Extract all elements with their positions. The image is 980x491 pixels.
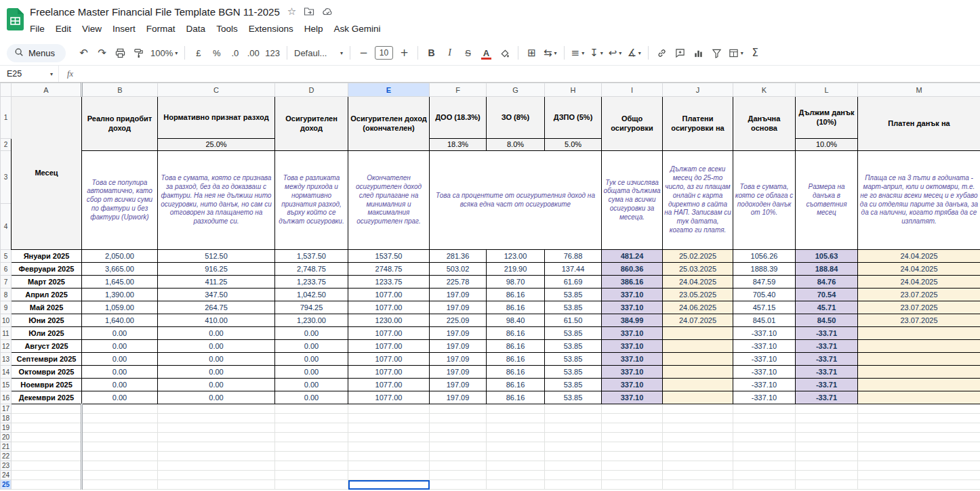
row-header[interactable]: 4 xyxy=(1,204,12,250)
cell-tax-paid-date[interactable]: 24.04.2025 xyxy=(858,276,980,289)
cell-zo[interactable]: 98.40 xyxy=(487,314,545,327)
col-header-K[interactable]: K xyxy=(733,83,796,97)
cell-empty[interactable] xyxy=(545,433,602,442)
cell-empty[interactable] xyxy=(275,471,348,480)
cell-tax-due[interactable]: 188.84 xyxy=(796,263,858,276)
cell-empty[interactable] xyxy=(158,461,275,471)
cell-real-income[interactable]: 3,665.00 xyxy=(82,263,158,276)
cell-insurance-income-final[interactable]: 2748.75 xyxy=(348,263,430,276)
cell-doo[interactable]: 503.02 xyxy=(430,263,487,276)
selected-cell-E25[interactable] xyxy=(348,480,430,490)
header-real-income[interactable]: Реално придобит доход xyxy=(82,97,158,151)
cell-month[interactable]: Септември 2025 xyxy=(12,353,82,366)
cell-empty[interactable] xyxy=(82,433,158,442)
cell-empty[interactable] xyxy=(348,433,430,442)
cell-insurance-income-final[interactable]: 1077.00 xyxy=(348,327,430,340)
row-header[interactable]: 12 xyxy=(1,340,12,353)
menu-insert[interactable]: Insert xyxy=(107,22,141,36)
cell-empty[interactable] xyxy=(858,480,980,490)
cell-zo[interactable]: 86.16 xyxy=(487,366,545,379)
cell-empty[interactable] xyxy=(663,480,733,490)
redo-button[interactable]: ↷ xyxy=(94,45,110,62)
cell-normative-expense[interactable]: 0.00 xyxy=(158,379,275,391)
col-header-C[interactable]: C xyxy=(158,83,275,97)
row-header[interactable]: 13 xyxy=(1,353,12,366)
cell-empty[interactable] xyxy=(348,423,430,433)
cell-normative-expense[interactable]: 264.75 xyxy=(158,301,275,314)
cell-empty[interactable] xyxy=(858,471,980,480)
cell-empty[interactable] xyxy=(796,461,858,471)
cell-doo[interactable]: 197.09 xyxy=(430,366,487,379)
cell-insurance-paid-date[interactable]: 25.03.2025 xyxy=(663,263,733,276)
cell-empty[interactable] xyxy=(82,471,158,480)
cell-normative-expense[interactable]: 0.00 xyxy=(158,366,275,379)
cell-empty[interactable] xyxy=(796,480,858,490)
pct-doo[interactable]: 18.3% xyxy=(430,139,487,151)
cell-insurance-income[interactable]: 0.00 xyxy=(275,366,348,379)
cell-empty[interactable] xyxy=(12,433,82,442)
desc-insurance-income-final[interactable]: Окончателен осигурителен доход след прил… xyxy=(348,151,430,250)
cell-insurance-income[interactable]: 0.00 xyxy=(275,340,348,353)
cell-insurance-paid-date[interactable]: 24.06.2025 xyxy=(663,301,733,314)
col-header-E[interactable]: E xyxy=(348,83,430,97)
cell-empty[interactable] xyxy=(487,404,545,414)
cell-tax-base[interactable]: 847.59 xyxy=(733,276,796,289)
cell-empty[interactable] xyxy=(602,480,663,490)
cell-empty[interactable] xyxy=(602,442,663,452)
cell-dzpo[interactable]: 137.44 xyxy=(545,263,602,276)
cell-empty[interactable] xyxy=(545,423,602,433)
cell-dzpo[interactable]: 53.85 xyxy=(545,391,602,404)
cell-empty[interactable] xyxy=(602,461,663,471)
more-formats-button[interactable]: 123 xyxy=(263,45,282,62)
cell-empty[interactable] xyxy=(545,461,602,471)
cell-month[interactable]: Май 2025 xyxy=(12,301,82,314)
text-rotation-button[interactable]: ∡▾ xyxy=(625,45,642,62)
sheets-logo[interactable] xyxy=(7,8,24,33)
cell-total-insurance[interactable]: 337.10 xyxy=(602,391,663,404)
borders-button[interactable]: ⊞ xyxy=(523,45,540,62)
cell-empty[interactable] xyxy=(275,433,348,442)
decrease-font-size-button[interactable]: − xyxy=(355,45,372,62)
merge-cells-button[interactable]: ⇆▾ xyxy=(542,45,559,62)
cell-doo[interactable]: 197.09 xyxy=(430,391,487,404)
cell-insurance-income[interactable]: 2,748.75 xyxy=(275,263,348,276)
col-header-I[interactable]: I xyxy=(602,83,663,97)
cell-doo[interactable]: 197.09 xyxy=(430,289,487,301)
insert-link-button[interactable] xyxy=(653,45,670,62)
name-box[interactable]: E25 ▾ xyxy=(0,66,58,82)
cell-tax-base[interactable]: -337.10 xyxy=(733,327,796,340)
cell-month[interactable]: Март 2025 xyxy=(12,276,82,289)
cell-empty[interactable] xyxy=(430,433,487,442)
cell-dzpo[interactable]: 53.85 xyxy=(545,301,602,314)
row-header[interactable]: 3 xyxy=(1,151,12,204)
cell-empty[interactable] xyxy=(275,461,348,471)
desc-tax-paid-on[interactable]: Плаща се на 3 пъти в годината - март-апр… xyxy=(858,151,980,250)
cell-insurance-income-final[interactable]: 1233.75 xyxy=(348,276,430,289)
cell-insurance-income[interactable]: 1,233.75 xyxy=(275,276,348,289)
desc-insurance-parts[interactable]: Това са процентите от осигурителния дохо… xyxy=(430,151,602,250)
cell-empty[interactable] xyxy=(82,423,158,433)
cell-zo[interactable]: 86.16 xyxy=(487,353,545,366)
cell-doo[interactable]: 197.09 xyxy=(430,353,487,366)
cell-real-income[interactable]: 0.00 xyxy=(82,366,158,379)
cell-empty[interactable] xyxy=(487,471,545,480)
cell-empty[interactable] xyxy=(348,452,430,461)
cell-real-income[interactable]: 0.00 xyxy=(82,379,158,391)
cell-empty[interactable] xyxy=(663,442,733,452)
cell-insurance-income-final[interactable]: 1077.00 xyxy=(348,301,430,314)
menus-search-button[interactable]: Menus xyxy=(7,44,66,62)
cell-empty[interactable] xyxy=(275,480,348,490)
cell-empty[interactable] xyxy=(487,433,545,442)
cell-insurance-paid-date[interactable]: 24.04.2025 xyxy=(663,276,733,289)
cell-empty[interactable] xyxy=(602,433,663,442)
cell-doo[interactable]: 197.09 xyxy=(430,301,487,314)
cell-empty[interactable] xyxy=(12,461,82,471)
cell-insurance-paid-date[interactable] xyxy=(663,353,733,366)
row-header[interactable]: 25 xyxy=(1,480,12,490)
cell-empty[interactable] xyxy=(663,433,733,442)
cell-empty[interactable] xyxy=(348,404,430,414)
cell-empty[interactable] xyxy=(545,404,602,414)
cell-zo[interactable]: 86.16 xyxy=(487,391,545,404)
cell-empty[interactable] xyxy=(602,404,663,414)
cell-real-income[interactable]: 0.00 xyxy=(82,327,158,340)
